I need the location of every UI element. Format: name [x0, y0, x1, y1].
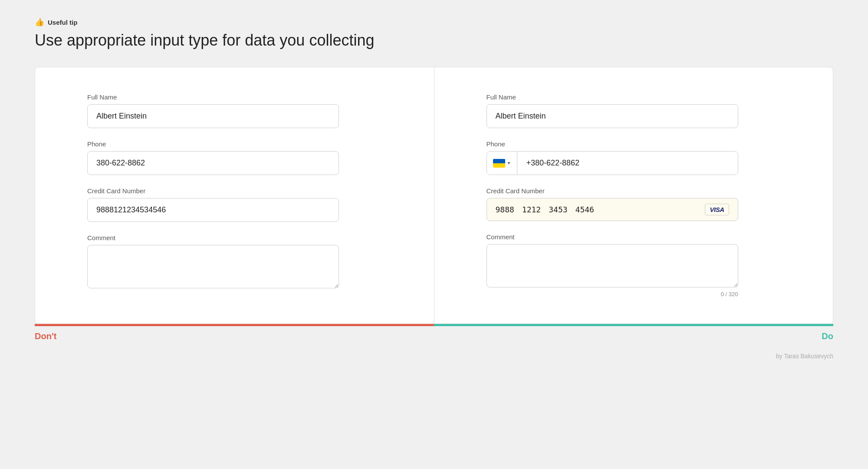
do-fullname-label: Full Name	[487, 93, 781, 101]
dont-comment-label: Comment	[87, 234, 382, 241]
dont-fullname-input[interactable]	[87, 104, 339, 128]
do-fullname-group: Full Name	[487, 93, 781, 128]
cc-numbers: 9888 1212 3453 4546	[496, 205, 705, 214]
do-phone-label: Phone	[487, 140, 781, 148]
do-phone-input-wrapper: ▼	[487, 151, 738, 175]
do-bar	[434, 324, 833, 326]
do-phone-group: Phone ▼	[487, 140, 781, 175]
flag-top	[493, 159, 505, 163]
do-cc-wrapper[interactable]: 9888 1212 3453 4546 VISA	[487, 198, 738, 221]
dont-phone-input[interactable]	[87, 151, 339, 175]
tip-icon: 👍	[35, 17, 44, 27]
cc-group-2: 1212	[522, 205, 541, 214]
cc-group-4: 4546	[575, 205, 594, 214]
cc-group-1: 9888	[496, 205, 514, 214]
dont-cc-label: Credit Card Number	[87, 187, 382, 195]
bottom-bar	[35, 324, 833, 326]
bottom-labels: Don't Do	[35, 327, 833, 346]
dont-fullname-label: Full Name	[87, 93, 382, 101]
dont-comment-textarea[interactable]	[87, 245, 339, 288]
dont-fullname-group: Full Name	[87, 93, 382, 128]
dont-label: Don't	[35, 331, 56, 341]
do-label: Do	[822, 331, 833, 341]
visa-badge: VISA	[705, 204, 729, 215]
do-fullname-input[interactable]	[487, 104, 738, 128]
phone-flag-selector[interactable]: ▼	[487, 152, 518, 175]
dont-phone-group: Phone	[87, 140, 382, 175]
tip-label: Useful tip	[48, 19, 77, 26]
page-title: Use appropriate input type for data you …	[35, 31, 833, 50]
cc-group-3: 3453	[549, 205, 567, 214]
dont-comment-group: Comment	[87, 234, 382, 288]
dont-phone-label: Phone	[87, 140, 382, 148]
char-count: 0 / 320	[487, 291, 738, 297]
chevron-down-icon: ▼	[507, 161, 511, 165]
dont-bar	[35, 324, 434, 326]
dont-panel: Full Name Phone Credit Card Number Comme…	[35, 67, 434, 324]
do-comment-textarea[interactable]	[487, 244, 738, 287]
tip-header: 👍 Useful tip	[35, 17, 833, 27]
dont-cc-group: Credit Card Number	[87, 187, 382, 222]
dont-cc-input[interactable]	[87, 198, 339, 222]
footer-credit: by Taras Bakusevych	[35, 353, 833, 360]
do-comment-group: Comment 0 / 320	[487, 233, 781, 297]
do-cc-group: Credit Card Number 9888 1212 3453 4546 V…	[487, 187, 781, 221]
do-phone-input[interactable]	[517, 152, 737, 175]
flag-bottom	[493, 163, 505, 168]
do-comment-label: Comment	[487, 233, 781, 241]
do-cc-label: Credit Card Number	[487, 187, 781, 195]
do-panel: Full Name Phone ▼ Credit C	[434, 67, 833, 324]
comparison-container: Full Name Phone Credit Card Number Comme…	[35, 67, 833, 324]
ukraine-flag	[493, 159, 505, 168]
